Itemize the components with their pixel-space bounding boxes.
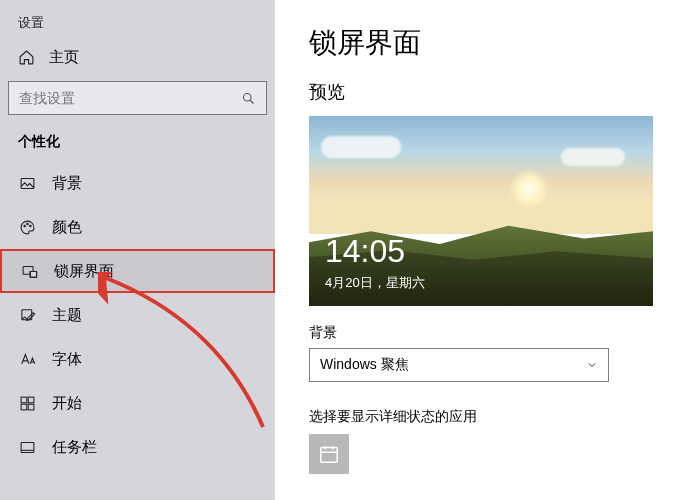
dropdown-value: Windows 聚焦 bbox=[320, 356, 409, 374]
sidebar-item-taskbar[interactable]: 任务栏 bbox=[0, 425, 275, 469]
svg-rect-11 bbox=[28, 404, 34, 410]
home-label: 主页 bbox=[49, 48, 79, 67]
svg-point-2 bbox=[23, 225, 24, 226]
background-dropdown[interactable]: Windows 聚焦 bbox=[309, 348, 609, 382]
sidebar-item-fonts[interactable]: 字体 bbox=[0, 337, 275, 381]
detail-status-label: 选择要显示详细状态的应用 bbox=[309, 408, 661, 426]
preview-date: 4月20日，星期六 bbox=[325, 274, 425, 292]
sidebar-item-themes[interactable]: 主题 bbox=[0, 293, 275, 337]
svg-rect-9 bbox=[28, 397, 34, 403]
taskbar-icon bbox=[18, 439, 36, 456]
home-button[interactable]: 主页 bbox=[0, 40, 275, 81]
palette-icon bbox=[18, 219, 36, 236]
preview-heading: 预览 bbox=[309, 80, 661, 104]
lockscreen-preview: 14:05 4月20日，星期六 bbox=[309, 116, 653, 306]
sidebar-item-colors[interactable]: 颜色 bbox=[0, 205, 275, 249]
sidebar-item-label: 颜色 bbox=[52, 218, 82, 237]
sidebar-item-label: 开始 bbox=[52, 394, 82, 413]
svg-point-3 bbox=[26, 223, 27, 224]
svg-point-0 bbox=[244, 93, 252, 101]
sidebar-item-label: 任务栏 bbox=[52, 438, 97, 457]
detail-status-app-picker[interactable] bbox=[309, 434, 349, 474]
sidebar-item-background[interactable]: 背景 bbox=[0, 161, 275, 205]
sidebar: 设置 主页 个性化 背景 颜色 锁屏界面 主题 bbox=[0, 0, 275, 500]
svg-rect-12 bbox=[21, 442, 34, 452]
search-input-container[interactable] bbox=[8, 81, 267, 115]
start-icon bbox=[18, 395, 36, 412]
calendar-icon bbox=[318, 443, 340, 465]
app-title: 设置 bbox=[0, 8, 275, 40]
page-title: 锁屏界面 bbox=[309, 24, 661, 62]
sidebar-item-lockscreen[interactable]: 锁屏界面 bbox=[0, 249, 275, 293]
main-panel: 锁屏界面 预览 14:05 4月20日，星期六 背景 Windows 聚焦 选择… bbox=[275, 0, 681, 500]
search-input[interactable] bbox=[19, 90, 241, 106]
svg-rect-13 bbox=[321, 448, 338, 463]
theme-icon bbox=[18, 307, 36, 324]
svg-point-4 bbox=[29, 225, 30, 226]
sidebar-item-label: 背景 bbox=[52, 174, 82, 193]
sidebar-item-start[interactable]: 开始 bbox=[0, 381, 275, 425]
preview-time: 14:05 bbox=[325, 233, 405, 270]
font-icon bbox=[18, 351, 36, 368]
sidebar-item-label: 锁屏界面 bbox=[54, 262, 114, 281]
background-label: 背景 bbox=[309, 324, 661, 342]
svg-rect-1 bbox=[21, 178, 34, 188]
home-icon bbox=[18, 49, 35, 66]
section-label: 个性化 bbox=[0, 129, 275, 161]
svg-rect-8 bbox=[21, 397, 27, 403]
chevron-down-icon bbox=[586, 359, 598, 371]
sidebar-item-label: 主题 bbox=[52, 306, 82, 325]
lockscreen-icon bbox=[20, 263, 38, 280]
svg-rect-6 bbox=[30, 271, 36, 277]
image-icon bbox=[18, 175, 36, 192]
search-icon bbox=[241, 91, 256, 106]
svg-rect-10 bbox=[21, 404, 27, 410]
sidebar-item-label: 字体 bbox=[52, 350, 82, 369]
